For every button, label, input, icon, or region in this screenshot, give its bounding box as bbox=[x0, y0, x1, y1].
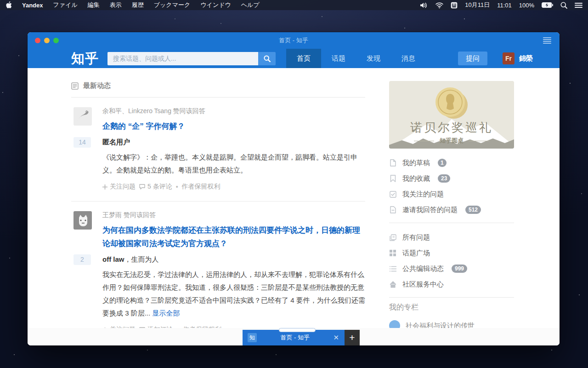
menu-window[interactable]: ウインドウ bbox=[200, 1, 231, 9]
question-title[interactable]: 企鹅的 “企” 字作何解？ bbox=[102, 120, 365, 133]
notification-center-icon[interactable] bbox=[575, 2, 582, 8]
tab-handle[interactable] bbox=[279, 328, 316, 332]
user-chip[interactable]: Fr 錦榮 bbox=[503, 52, 533, 64]
vote-count[interactable]: 2 bbox=[74, 254, 91, 265]
feed-item: 王梦雨 赞同该回答 为何在国内多数法学院都还在主张苏联的刑法四要件学说之时，日德… bbox=[71, 201, 365, 328]
page-content: 最新动态 余和平、Linkzero Tsang 赞同该回答 企鹅的 “企” 字作… bbox=[28, 68, 560, 328]
tab-title: 首页 - 知乎 bbox=[257, 334, 333, 342]
input-source-icon[interactable] bbox=[451, 2, 458, 9]
divider bbox=[389, 297, 514, 298]
search-input[interactable] bbox=[107, 52, 258, 65]
menu-file[interactable]: ファイル bbox=[53, 1, 78, 9]
comment-icon bbox=[139, 184, 145, 190]
apple-logo-icon[interactable] bbox=[6, 1, 12, 9]
count-badge: 1 bbox=[438, 159, 447, 167]
user-avatar[interactable]: Fr bbox=[503, 52, 514, 64]
avatar[interactable] bbox=[74, 211, 92, 230]
plus-icon bbox=[102, 184, 107, 190]
tab-close-icon[interactable]: ✕ bbox=[333, 334, 339, 342]
feed-list-icon bbox=[71, 82, 79, 90]
menubar-date[interactable]: 10月11日 bbox=[465, 1, 490, 9]
sidebar-item-public-edits[interactable]: 公共编辑动态 999 bbox=[389, 261, 514, 276]
feed-header-label: 最新动态 bbox=[83, 81, 111, 90]
menu-bookmarks[interactable]: ブックマーク bbox=[154, 1, 191, 9]
draft-icon bbox=[389, 159, 396, 167]
nobel-medal-icon bbox=[433, 86, 470, 121]
search-button[interactable] bbox=[258, 52, 276, 65]
search-icon bbox=[264, 55, 271, 62]
window-titlebar[interactable]: 首页 - 知乎 bbox=[28, 32, 560, 49]
question-title[interactable]: 为何在国内多数法学院都还在主张苏联的刑法四要件学说之时，日德的新理论却被国家司法… bbox=[102, 224, 365, 250]
nav-topics[interactable]: 话题 bbox=[321, 49, 356, 68]
sidebar-item-community-service[interactable]: 社区服务中心 bbox=[389, 276, 514, 292]
author-rights-label: 作者保留权利 bbox=[182, 183, 220, 191]
avatar[interactable] bbox=[74, 107, 92, 126]
banner-subtitle: 知乎圆桌 bbox=[389, 137, 514, 145]
menu-history[interactable]: 履歴 bbox=[132, 1, 144, 9]
author-row: 2 off law，生而为人 bbox=[102, 255, 365, 264]
nobel-banner[interactable]: 诺贝尔奖巡礼 知乎圆桌 bbox=[389, 81, 514, 149]
count-badge: 512 bbox=[465, 206, 481, 214]
zhihu-logo[interactable]: 知乎 bbox=[71, 49, 99, 68]
nav-explore[interactable]: 发现 bbox=[356, 49, 391, 68]
browser-window: 首页 - 知乎 知乎 首页 话题 发现 消息 提问 Fr 錦榮 bbox=[28, 32, 560, 345]
feed-meta: 王梦雨 赞同该回答 bbox=[102, 201, 365, 219]
list-icon bbox=[389, 265, 396, 272]
search-bar bbox=[107, 52, 276, 65]
sidebar-menu-personal: 我的草稿 1 我的收藏 23 我关注的问题 邀请我回答的问题 512 bbox=[389, 155, 514, 218]
spotlight-search-icon[interactable] bbox=[560, 2, 567, 9]
column-title: 社会福利与设计的传世 bbox=[406, 322, 475, 328]
feed-actions: 关注问题 5 条评论 • 作者保留权利 bbox=[102, 183, 365, 201]
author-row: 14 匿名用户 bbox=[102, 138, 365, 147]
user-name[interactable]: 錦榮 bbox=[519, 54, 533, 63]
browser-menu-icon[interactable] bbox=[543, 37, 551, 44]
menubar-time[interactable]: 11:01 bbox=[497, 2, 512, 9]
menubar-app-name[interactable]: Yandex bbox=[22, 2, 43, 9]
home-icon bbox=[389, 281, 396, 288]
follow-question-button[interactable]: 关注问题 bbox=[102, 183, 136, 191]
main-nav: 首页 话题 发现 消息 bbox=[286, 49, 426, 68]
comments-button[interactable]: 5 条评论 bbox=[139, 183, 172, 191]
wifi-icon[interactable] bbox=[435, 2, 443, 8]
menu-edit[interactable]: 編集 bbox=[88, 1, 100, 9]
bookmark-icon bbox=[389, 175, 396, 182]
site-header: 知乎 首页 话题 发现 消息 提问 Fr 錦榮 bbox=[28, 49, 560, 68]
sidebar-item-all-questions[interactable]: 所有问题 bbox=[389, 230, 514, 245]
sidebar-item-topic-square[interactable]: 话题广场 bbox=[389, 245, 514, 261]
nav-messages[interactable]: 消息 bbox=[391, 49, 426, 68]
count-badge: 999 bbox=[452, 264, 467, 273]
browser-tabbar: 知 首页 - 知乎 ✕ + bbox=[28, 328, 560, 345]
sidebar-menu-site: 所有问题 话题广场 公共编辑动态 999 社区服务中心 bbox=[389, 230, 514, 292]
menu-view[interactable]: 表示 bbox=[110, 1, 122, 9]
sidebar-item-drafts[interactable]: 我的草稿 1 bbox=[389, 155, 514, 171]
new-tab-button[interactable]: + bbox=[345, 330, 360, 345]
questions-icon bbox=[389, 234, 396, 241]
browser-tab-zhihu[interactable]: 知 首页 - 知乎 ✕ bbox=[243, 330, 345, 345]
show-all-link[interactable]: 显示全部 bbox=[152, 309, 180, 317]
ask-question-button[interactable]: 提问 bbox=[458, 52, 487, 65]
nav-home[interactable]: 首页 bbox=[286, 49, 321, 68]
sidebar: 诺贝尔奖巡礼 知乎圆桌 我的草稿 1 我的收藏 23 bbox=[389, 68, 514, 328]
banner-title: 诺贝尔奖巡礼 bbox=[389, 120, 514, 136]
macos-menubar: Yandex ファイル 編集 表示 履歴 ブックマーク ウインドウ ヘルプ 10… bbox=[0, 0, 588, 10]
column-item[interactable]: 社会福利与设计的传世 bbox=[389, 320, 514, 328]
sidebar-item-invited-questions[interactable]: 邀请我回答的问题 512 bbox=[389, 202, 514, 218]
author-bio: ，生而为人 bbox=[124, 255, 159, 263]
author-name[interactable]: off law bbox=[102, 255, 124, 263]
sidebar-item-followed-questions[interactable]: 我关注的问题 bbox=[389, 186, 514, 202]
window-title: 首页 - 知乎 bbox=[28, 32, 560, 49]
grid-icon bbox=[389, 249, 396, 257]
battery-percent: 100% bbox=[519, 2, 534, 9]
author-name[interactable]: 匿名用户 bbox=[102, 138, 130, 146]
tab-favicon: 知 bbox=[248, 333, 257, 342]
volume-icon[interactable] bbox=[420, 2, 428, 8]
feed-meta: 余和平、Linkzero Tsang 赞同该回答 bbox=[102, 98, 365, 115]
answer-excerpt: 《说文解字》：企，举踵也。本义就是踮脚。企望就是企而望，踮脚看。站立是引申义。企… bbox=[102, 151, 365, 177]
sidebar-item-collections[interactable]: 我的收藏 23 bbox=[389, 171, 514, 186]
count-badge: 23 bbox=[438, 174, 450, 183]
menu-help[interactable]: ヘルプ bbox=[241, 1, 260, 9]
feed-column: 最新动态 余和平、Linkzero Tsang 赞同该回答 企鹅的 “企” 字作… bbox=[71, 68, 365, 328]
vote-count[interactable]: 14 bbox=[74, 137, 91, 148]
battery-charging-icon[interactable] bbox=[542, 2, 553, 8]
answer-excerpt: 我实在无法忍受，学过法律的人，运用法律的人，却从来不去理解，犯罪论体系有什么作用… bbox=[102, 268, 365, 320]
